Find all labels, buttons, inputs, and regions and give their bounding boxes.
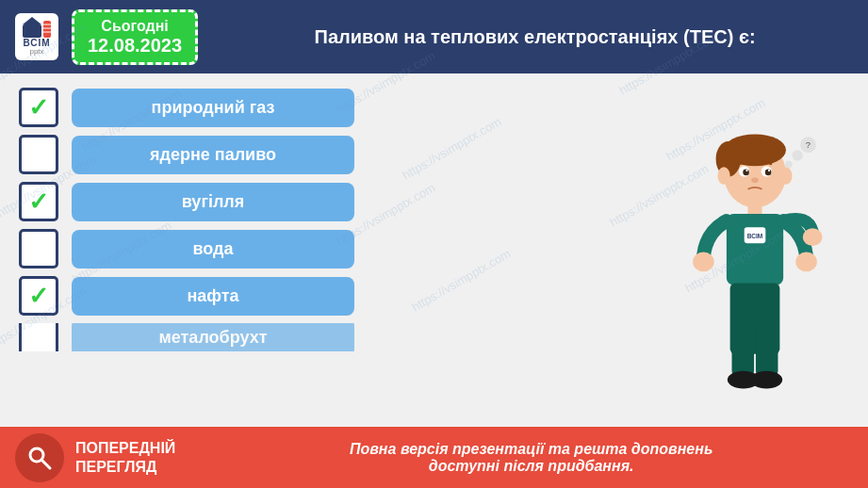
preview-label: ПОПЕРЕДНІЙ ПЕРЕГЛЯД bbox=[75, 439, 175, 475]
checklist-item: вода bbox=[19, 229, 661, 268]
svg-point-24 bbox=[803, 228, 823, 246]
checklist: ✓природний газядерне паливо✓вугіллявода✓… bbox=[19, 83, 661, 427]
checklist-item: ✓вугілля bbox=[19, 182, 661, 221]
svg-rect-27 bbox=[756, 316, 778, 378]
option-button-4[interactable]: вода bbox=[72, 230, 354, 268]
checkbox-3[interactable]: ✓ bbox=[19, 182, 58, 221]
checklist-item: ✓нафта bbox=[19, 276, 661, 316]
checkbox-4[interactable] bbox=[19, 229, 58, 268]
checkbox-5[interactable]: ✓ bbox=[19, 276, 58, 316]
footer-message: Повна версія презентації та решта доповн… bbox=[194, 441, 868, 475]
svg-rect-26 bbox=[732, 316, 755, 378]
content-area: ✓природний газядерне паливо✓вугіллявода✓… bbox=[0, 73, 868, 436]
checklist-item: ✓природний газ bbox=[19, 88, 661, 127]
svg-text:?: ? bbox=[806, 139, 811, 150]
checkmark-icon: ✓ bbox=[28, 95, 49, 120]
svg-marker-1 bbox=[23, 17, 41, 24]
header: ВСІМ pptx Сьогодні 12.08.2023 Паливом на… bbox=[0, 0, 868, 73]
option-button-6[interactable]: металобрухт bbox=[72, 323, 354, 351]
svg-point-16 bbox=[717, 167, 729, 185]
footer: ПОПЕРЕДНІЙ ПЕРЕГЛЯД Повна версія презент… bbox=[0, 427, 868, 488]
page-title: Паливом на теплових електростанціях (ТЕС… bbox=[217, 26, 853, 48]
svg-rect-2 bbox=[43, 21, 51, 38]
svg-point-15 bbox=[751, 178, 759, 184]
svg-point-30 bbox=[785, 161, 793, 169]
logo-icon bbox=[23, 17, 51, 38]
logo-sub: pptx bbox=[29, 48, 43, 57]
svg-point-31 bbox=[793, 150, 803, 160]
date-value: 12.08.2023 bbox=[88, 35, 182, 57]
checkbox-6[interactable] bbox=[19, 323, 58, 351]
checkbox-1[interactable]: ✓ bbox=[19, 88, 58, 127]
svg-point-22 bbox=[693, 252, 714, 272]
checklist-item: ядерне паливо bbox=[19, 135, 661, 174]
svg-point-13 bbox=[745, 170, 747, 171]
checkmark-icon: ✓ bbox=[28, 189, 49, 214]
svg-point-14 bbox=[768, 170, 770, 171]
svg-line-35 bbox=[41, 460, 50, 468]
main-container: https://vsimpptx.com https://vsimpptx.co… bbox=[0, 0, 868, 488]
search-icon bbox=[26, 445, 53, 471]
svg-point-29 bbox=[750, 371, 782, 389]
logo: ВСІМ pptx bbox=[15, 13, 58, 60]
date-badge: Сьогодні 12.08.2023 bbox=[72, 9, 198, 65]
option-button-5[interactable]: нафта bbox=[72, 277, 354, 316]
svg-text:ВСІМ: ВСІМ bbox=[747, 233, 763, 239]
svg-rect-19 bbox=[727, 214, 783, 285]
svg-rect-18 bbox=[747, 203, 762, 216]
character-area: ВСІМ bbox=[661, 83, 849, 427]
boy-character: ВСІМ bbox=[680, 125, 830, 427]
svg-point-17 bbox=[779, 167, 792, 185]
option-button-2[interactable]: ядерне паливо bbox=[72, 136, 354, 174]
checklist-item: металобрухт bbox=[19, 323, 661, 351]
checkmark-icon: ✓ bbox=[28, 284, 49, 308]
checkbox-2[interactable] bbox=[19, 135, 58, 174]
preview-button[interactable] bbox=[15, 433, 64, 482]
today-label: Сьогодні bbox=[88, 18, 182, 35]
option-button-3[interactable]: вугілля bbox=[72, 183, 354, 221]
option-button-1[interactable]: природний газ bbox=[72, 89, 354, 127]
svg-point-23 bbox=[795, 252, 817, 272]
svg-rect-0 bbox=[23, 24, 41, 38]
